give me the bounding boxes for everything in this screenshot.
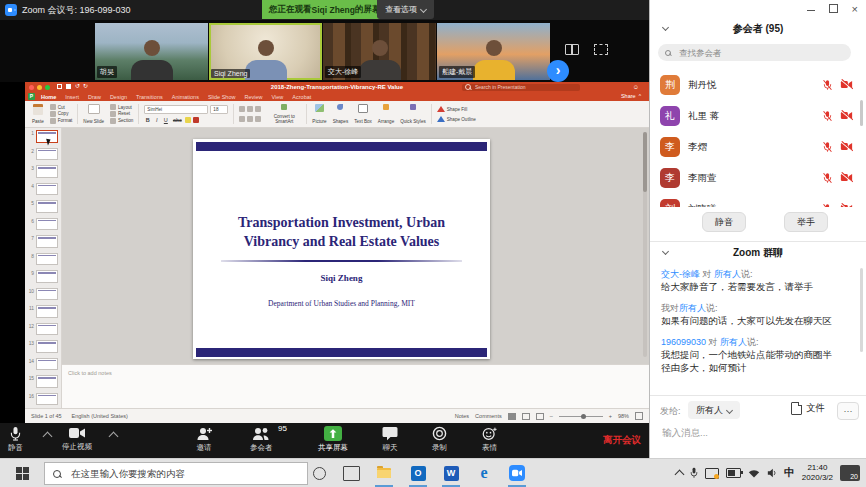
bullet-list-icon[interactable] [239,106,245,112]
align-center-icon[interactable] [247,116,253,122]
panel-mute-button[interactable]: 静音 [702,212,746,232]
feedback-smiley-icon[interactable]: ☺ [633,84,639,90]
convert-smartart-button[interactable]: Convert to SmartArt [264,103,304,125]
font-size-select[interactable]: 18 [210,105,228,114]
chat-button[interactable]: 聊天 [382,426,398,453]
slide-thumb-8[interactable]: 8 [25,251,61,269]
zoom-percent[interactable]: 98% [618,413,629,419]
notes-toggle[interactable]: Notes [455,413,469,419]
mute-button[interactable]: 静音 [8,426,23,453]
participant-row[interactable]: 礼 礼里 蒋 [650,101,866,132]
current-slide[interactable]: Transportation Investment, UrbanVibrancy… [193,139,490,359]
slide-thumb-5[interactable]: 5 [25,198,61,216]
cut-button[interactable]: Cut [50,104,73,110]
underline-button[interactable]: U [162,117,169,123]
wifi-icon[interactable] [748,469,760,478]
edge-button[interactable]: e [469,459,499,487]
arrange-button[interactable]: Arrange [375,103,397,125]
word-button[interactable]: W [436,459,466,487]
slide-thumb-9[interactable]: 9 [25,268,61,286]
participant-row[interactable]: 刘 刘晓曦 [650,194,866,207]
participant-search-box[interactable] [658,44,851,61]
font-name-select[interactable]: SimHei [144,105,208,114]
slide-thumb-4[interactable]: 4 [25,181,61,199]
layout-button[interactable]: Layout [110,104,133,110]
numbered-list-icon[interactable] [247,106,253,112]
ime-language-indicator[interactable]: 中 [784,466,795,480]
battery-icon[interactable] [726,468,741,478]
slide-thumb-13[interactable]: 13 [25,338,61,356]
bold-button[interactable]: B [144,117,151,123]
recipient-selector[interactable]: 所有人 [688,401,740,419]
participant-search-input[interactable] [677,47,844,59]
notification-center-icon[interactable]: 20 [840,465,860,481]
ppt-share-button[interactable]: Share ^ [621,93,641,99]
slide-sorter-icon[interactable] [522,413,530,420]
invite-button[interactable]: 邀请 [196,426,212,453]
chat-more-button[interactable]: ··· [837,402,859,420]
video-thumbnail-active-speaker[interactable]: Siqi Zheng [209,23,322,80]
chat-scrollbar[interactable] [860,268,863,352]
next-videos-button[interactable]: › [547,60,569,82]
picture-button[interactable]: Picture [309,103,329,125]
video-thumbnail[interactable]: 交大-徐峰 [323,23,436,80]
shape-outline-button[interactable]: Shape Outline [437,116,476,122]
ppt-search-input[interactable] [473,83,577,91]
start-button[interactable] [0,459,44,487]
shapes-button[interactable]: Shapes [330,103,352,125]
tab-review[interactable]: Review [244,94,262,100]
participant-row[interactable]: 李 李熠 [650,132,866,163]
notes-pane[interactable]: Click to add notes [62,364,649,408]
zoom-app-button[interactable] [502,459,532,487]
slide-thumb-1[interactable]: 1 [25,128,61,146]
collapse-participants-icon[interactable] [662,24,669,31]
video-options-caret[interactable] [109,432,119,442]
raise-hand-button[interactable]: 举手 [784,212,828,232]
leave-meeting-button[interactable]: 离开会议 [603,434,641,447]
zoom-slider[interactable] [559,416,603,417]
file-explorer-button[interactable] [369,459,399,487]
chat-message-input[interactable] [660,426,854,439]
tab-transitions[interactable]: Transitions [136,94,163,100]
tab-animations[interactable]: Animations [172,94,199,100]
paste-button[interactable]: Paste [29,103,47,125]
highlight-color-icon[interactable] [185,117,191,123]
new-slide-button[interactable]: New Slide [80,103,107,125]
align-left-icon[interactable] [239,116,245,122]
view-options-button[interactable]: 查看选项 [377,0,434,19]
format-painter-button[interactable]: Format [50,118,73,124]
tab-acrobat[interactable]: Acrobat [292,94,311,100]
close-window-button[interactable]: × [852,5,858,13]
language-indicator[interactable]: English (United States) [72,413,128,419]
slide-thumb-7[interactable]: 7 [25,233,61,251]
tab-slideshow[interactable]: Slide Show [208,94,236,100]
minimize-window-button[interactable] [807,10,815,11]
record-button[interactable]: 录制 [432,426,447,453]
tray-mic-icon[interactable] [690,467,698,479]
slide-thumb-2[interactable]: 2 [25,146,61,164]
tab-design[interactable]: Design [110,94,127,100]
stop-video-button[interactable]: 停止视频 [62,426,92,452]
slide-thumb-3[interactable]: 3 [25,163,61,181]
ppt-search-box[interactable] [462,84,580,91]
participants-scrollbar[interactable] [860,100,863,126]
gallery-view-icon[interactable] [565,44,579,55]
tab-draw[interactable]: Draw [88,94,101,100]
reactions-button[interactable]: 表情 [482,426,497,453]
strikethrough-button[interactable]: abc [171,117,183,123]
copy-button[interactable]: Copy [50,111,73,117]
collapse-chat-icon[interactable] [662,248,669,255]
tab-insert[interactable]: Insert [65,94,79,100]
participants-button[interactable]: 95 参会者 [250,426,273,453]
participant-row[interactable]: 荆 荆丹悦 [650,70,866,101]
volume-icon[interactable] [767,468,777,478]
taskbar-search-box[interactable] [44,462,308,485]
indent-icon[interactable] [255,106,261,112]
quick-styles-button[interactable]: Quick Styles [397,103,429,125]
outlook-button[interactable]: O [403,459,433,487]
section-button[interactable]: Section [110,118,133,124]
font-color-icon[interactable] [193,117,199,123]
slide-thumb-14[interactable]: 14 [25,356,61,374]
slideshow-icon[interactable] [536,413,544,420]
shape-fill-button[interactable]: Shape Fill [437,106,476,112]
